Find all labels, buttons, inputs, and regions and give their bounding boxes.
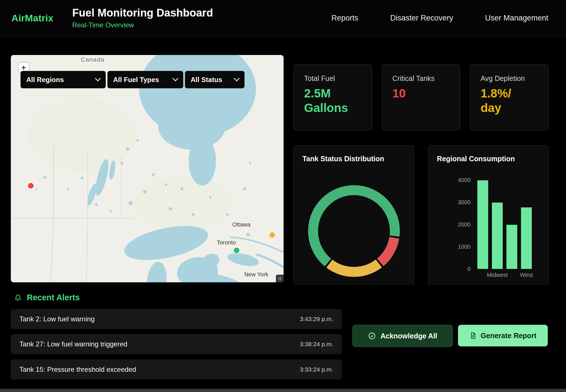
bell-icon: [14, 293, 22, 302]
alert-message: Tank 27: Low fuel warning triggered: [19, 340, 127, 348]
bar-column: [477, 180, 488, 269]
nav-user-management[interactable]: User Management: [485, 14, 548, 23]
stat-value-avg-depletion: 1.8%/ day: [481, 86, 538, 115]
main-nav: Reports Disaster Recovery User Managemen…: [331, 14, 566, 23]
region-filter-label: All Regions: [26, 76, 64, 84]
tank-map[interactable]: CanadaOttawaTorontoNew York + All Region…: [11, 55, 284, 282]
bar-x-label: West: [520, 272, 533, 278]
region-filter-dropdown[interactable]: All Regions: [21, 71, 106, 88]
stat-value-total-fuel: 2.5M Gallons: [304, 86, 362, 115]
alerts-header: Recent Alerts: [14, 293, 80, 302]
alerts-title: Recent Alerts: [27, 293, 80, 302]
bar-column: West: [521, 180, 532, 269]
status-filter-label: All Status: [191, 76, 222, 84]
bar-plot[interactable]: MidwestWest: [477, 180, 538, 269]
bar-region-0: [477, 180, 488, 269]
map-label-ottawa: Ottawa: [232, 221, 250, 228]
document-icon: [469, 332, 477, 339]
stat-label: Avg Depletion: [481, 74, 538, 83]
page-subtitle: Real-Time Overview: [72, 21, 213, 29]
tank-marker-warning[interactable]: [269, 232, 275, 238]
y-tick: 0: [467, 266, 471, 272]
bar-column: [506, 180, 517, 269]
nav-disaster-recovery[interactable]: Disaster Recovery: [390, 14, 453, 23]
map-filter-bar: All Regions All Fuel Types All Status: [21, 71, 245, 88]
chevron-down-icon: [172, 75, 178, 81]
bar-region-1: [492, 203, 503, 269]
generate-report-label: Generate Report: [481, 332, 537, 340]
stat-card-avg-depletion: Avg Depletion 1.8%/ day: [470, 64, 549, 130]
recent-alerts-section: Recent Alerts Tank 2: Low fuel warning 3…: [0, 285, 566, 392]
y-tick: 1000: [458, 244, 471, 250]
generate-report-button[interactable]: Generate Report: [458, 325, 548, 346]
bar-region-3: [521, 207, 532, 269]
chart-title: Tank Status Distribution: [302, 155, 405, 163]
alert-time: 3:33:24 p.m.: [300, 366, 333, 373]
map-label-canada: Canada: [81, 56, 105, 63]
nav-reports[interactable]: Reports: [331, 14, 359, 23]
bar-region-2: [506, 225, 517, 269]
check-circle-icon: [368, 332, 376, 340]
chart-title: Regional Consumption: [437, 155, 540, 163]
alert-row[interactable]: Tank 2: Low fuel warning 3:43:29 p.m.: [11, 309, 342, 329]
title-block: Fuel Monitoring Dashboard Real-Time Over…: [72, 7, 213, 29]
map-label-toronto: Toronto: [217, 239, 236, 246]
chevron-down-icon: [234, 75, 240, 81]
fuel-type-filter-label: All Fuel Types: [113, 76, 159, 84]
stat-card-total-fuel: Total Fuel 2.5M Gallons: [294, 64, 372, 130]
y-tick: 3000: [458, 199, 471, 206]
tank-marker-normal[interactable]: [234, 248, 239, 253]
donut-chart[interactable]: [308, 185, 400, 277]
app-header: AirMatrix Fuel Monitoring Dashboard Real…: [0, 0, 566, 36]
chevron-down-icon: [95, 75, 101, 81]
tank-status-distribution-card: Tank Status Distribution: [294, 145, 414, 293]
map-label-new-york: New York: [244, 271, 268, 278]
donut-hole: [318, 195, 390, 267]
page-title: Fuel Monitoring Dashboard: [72, 7, 213, 19]
alert-row[interactable]: Tank 27: Low fuel warning triggered 3:38…: [11, 334, 342, 354]
bar-x-label: Midwest: [487, 272, 508, 278]
y-tick: 4000: [458, 177, 471, 183]
alert-row[interactable]: Tank 15: Pressure threshold exceeded 3:3…: [11, 360, 342, 379]
stats-row: Total Fuel 2.5M Gallons Critical Tanks 1…: [294, 64, 549, 130]
bar-yticks: 40003000200010000: [435, 177, 471, 272]
alert-time: 3:43:29 p.m.: [300, 316, 333, 322]
map-drag-handle[interactable]: [276, 275, 284, 282]
app-logo: AirMatrix: [11, 13, 53, 24]
stat-value-critical-tanks: 10: [392, 86, 450, 101]
grip-dots-icon: [278, 277, 282, 281]
bar-column: Midwest: [492, 180, 503, 269]
map-overlay: CanadaOttawaTorontoNew York: [11, 55, 284, 282]
charts-row: Tank Status Distribution Regional Consum…: [294, 145, 549, 293]
stat-label: Critical Tanks: [392, 74, 450, 83]
acknowledge-all-label: Acknowledge All: [380, 332, 437, 340]
acknowledge-all-button[interactable]: Acknowledge All: [352, 325, 453, 347]
alert-time: 3:38:24 p.m.: [300, 341, 333, 348]
horizontal-scrollbar[interactable]: [0, 389, 566, 392]
stat-label: Total Fuel: [304, 74, 362, 83]
tank-marker-critical[interactable]: [28, 183, 34, 189]
status-filter-dropdown[interactable]: All Status: [185, 71, 245, 88]
fuel-type-filter-dropdown[interactable]: All Fuel Types: [107, 71, 183, 88]
y-tick: 2000: [458, 221, 471, 228]
alert-message: Tank 2: Low fuel warning: [19, 315, 95, 323]
alert-message: Tank 15: Pressure threshold exceeded: [19, 366, 136, 373]
stat-card-critical-tanks: Critical Tanks 10: [382, 64, 461, 130]
regional-consumption-card: Regional Consumption 40003000200010000 M…: [428, 145, 549, 293]
